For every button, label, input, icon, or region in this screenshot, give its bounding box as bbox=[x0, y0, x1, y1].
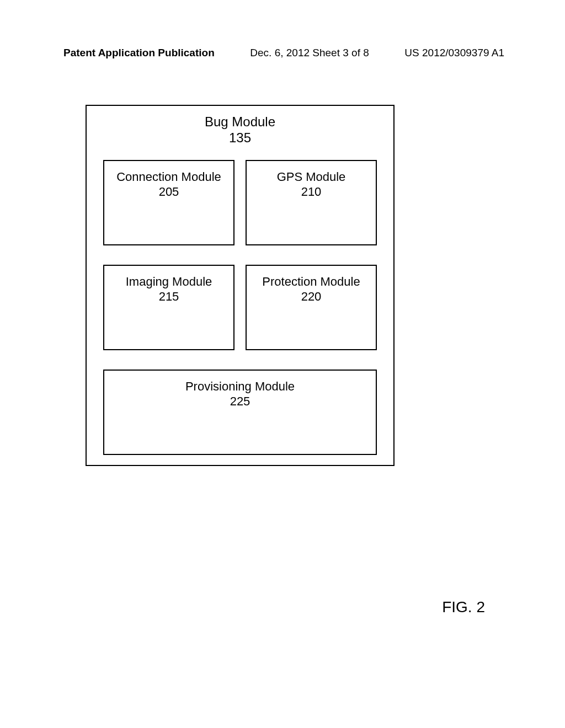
connection-module-title: Connection Module bbox=[116, 170, 221, 184]
header-publication-type: Patent Application Publication bbox=[63, 47, 215, 59]
container-title: Bug Module 135 bbox=[103, 114, 377, 146]
connection-module-box: Connection Module 205 bbox=[103, 160, 234, 245]
imaging-module-title: Imaging Module bbox=[126, 275, 212, 288]
page-header: Patent Application Publication Dec. 6, 2… bbox=[0, 47, 565, 59]
container-title-number: 135 bbox=[229, 130, 251, 145]
protection-module-number: 220 bbox=[301, 290, 322, 303]
container-title-text: Bug Module bbox=[205, 114, 275, 129]
provisioning-module-title: Provisioning Module bbox=[185, 379, 295, 393]
header-date-sheet: Dec. 6, 2012 Sheet 3 of 8 bbox=[250, 47, 369, 59]
provisioning-module-box: Provisioning Module 225 bbox=[103, 370, 377, 455]
figure-label: FIG. 2 bbox=[442, 598, 485, 616]
protection-module-title: Protection Module bbox=[262, 275, 360, 288]
connection-module-number: 205 bbox=[159, 185, 179, 199]
gps-module-title: GPS Module bbox=[277, 170, 346, 184]
provisioning-module-number: 225 bbox=[230, 394, 250, 408]
header-publication-number: US 2012/0309379 A1 bbox=[404, 47, 504, 59]
protection-module-box: Protection Module 220 bbox=[246, 265, 377, 350]
module-row-3: Provisioning Module 225 bbox=[103, 370, 377, 455]
bug-module-container: Bug Module 135 Connection Module 205 GPS… bbox=[86, 105, 395, 466]
gps-module-box: GPS Module 210 bbox=[246, 160, 377, 245]
imaging-module-number: 215 bbox=[159, 290, 179, 303]
module-row-1: Connection Module 205 GPS Module 210 bbox=[103, 160, 377, 245]
gps-module-number: 210 bbox=[301, 185, 322, 199]
imaging-module-box: Imaging Module 215 bbox=[103, 265, 234, 350]
module-row-2: Imaging Module 215 Protection Module 220 bbox=[103, 265, 377, 350]
